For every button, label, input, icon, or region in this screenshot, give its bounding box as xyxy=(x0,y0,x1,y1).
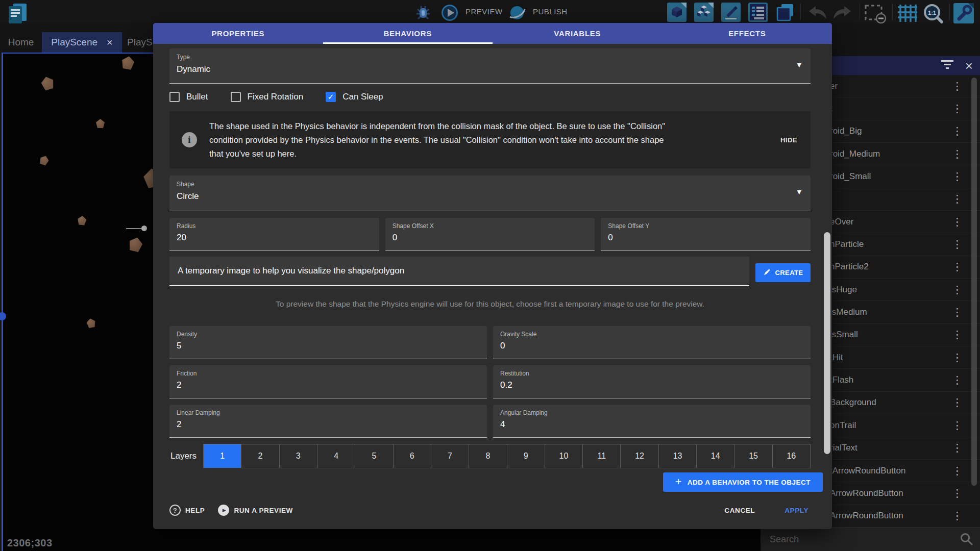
layer-button-9[interactable]: 9 xyxy=(507,444,545,468)
item-menu-icon[interactable]: ⋮ xyxy=(952,216,963,228)
layer-button-10[interactable]: 10 xyxy=(545,444,582,468)
can-sleep-checkbox[interactable]: ✓ Can Sleep xyxy=(326,92,383,102)
item-menu-icon[interactable]: ⋮ xyxy=(952,103,963,115)
layer-button-1[interactable]: 1 xyxy=(203,444,241,468)
density-field[interactable]: Density 5 xyxy=(169,326,487,359)
project-manager-icon[interactable] xyxy=(5,2,30,27)
close-tab-icon[interactable]: × xyxy=(107,37,113,47)
edit-scene-icon[interactable] xyxy=(721,3,741,24)
layer-button-16[interactable]: 16 xyxy=(772,444,810,468)
tab-effects[interactable]: EFFECTS xyxy=(663,23,832,44)
object-groups-icon[interactable] xyxy=(694,3,714,24)
item-menu-icon[interactable]: ⋮ xyxy=(952,125,963,137)
filter-icon[interactable] xyxy=(941,59,954,72)
item-menu-icon[interactable]: ⋮ xyxy=(952,148,963,160)
search-input[interactable] xyxy=(769,534,960,545)
item-menu-icon[interactable]: ⋮ xyxy=(952,374,963,386)
linear-damping-field[interactable]: Linear Damping 2 xyxy=(169,405,487,438)
layer-button-8[interactable]: 8 xyxy=(469,444,506,468)
shape-select[interactable]: Shape Circle ▼ xyxy=(169,176,811,211)
layer-button-7[interactable]: 7 xyxy=(431,444,469,468)
item-menu-icon[interactable]: ⋮ xyxy=(952,329,963,341)
tab-playscene[interactable]: PlayScene × xyxy=(42,32,122,53)
checkbox-unchecked-icon[interactable] xyxy=(231,92,241,102)
close-panel-icon[interactable]: × xyxy=(965,59,973,72)
item-menu-icon[interactable]: ⋮ xyxy=(952,193,963,205)
layer-button-13[interactable]: 13 xyxy=(658,444,696,468)
fixed-rotation-checkbox[interactable]: Fixed Rotation xyxy=(231,92,304,102)
item-menu-icon[interactable]: ⋮ xyxy=(952,261,963,273)
radius-field[interactable]: Radius 20 xyxy=(169,218,379,251)
zoom-1-1-icon[interactable]: 1:1 xyxy=(922,3,944,26)
friction-value: 2 xyxy=(177,380,480,390)
create-button[interactable]: CREATE xyxy=(755,263,811,282)
run-preview-button[interactable]: ▶ RUN A PREVIEW xyxy=(218,505,293,516)
scene-properties-icon[interactable] xyxy=(953,3,976,26)
layer-button-6[interactable]: 6 xyxy=(393,444,431,468)
item-menu-icon[interactable]: ⋮ xyxy=(952,487,963,499)
item-menu-icon[interactable]: ⋮ xyxy=(952,238,963,251)
linear-damping-label: Linear Damping xyxy=(177,409,480,416)
objects-editor-icon[interactable] xyxy=(667,3,687,24)
debug-icon[interactable] xyxy=(414,5,432,23)
help-button[interactable]: ? HELP xyxy=(169,505,205,516)
angular-damping-field[interactable]: Angular Damping 4 xyxy=(493,405,811,438)
object-name: tHit xyxy=(830,353,952,363)
restitution-field[interactable]: Restitution 0.2 xyxy=(493,365,811,398)
item-menu-icon[interactable]: ⋮ xyxy=(952,396,963,409)
events-editor-icon[interactable] xyxy=(748,3,768,24)
layer-button-11[interactable]: 11 xyxy=(582,444,620,468)
dialog-scrollbar[interactable] xyxy=(824,232,830,454)
sidebar-scrollbar[interactable] xyxy=(971,78,977,486)
grid-icon[interactable] xyxy=(897,4,917,25)
tab-behaviors[interactable]: BEHAVIORS xyxy=(323,23,493,44)
item-menu-icon[interactable]: ⋮ xyxy=(952,465,963,477)
tab-variables[interactable]: VARIABLES xyxy=(493,23,663,44)
type-select[interactable]: Type Dynamic ▼ xyxy=(169,48,811,84)
density-row: Density 5 Gravity Scale 0 xyxy=(169,326,811,359)
item-menu-icon[interactable]: ⋮ xyxy=(952,419,963,432)
preview-icon[interactable] xyxy=(441,4,458,23)
item-menu-icon[interactable]: ⋮ xyxy=(952,170,963,183)
temp-image-input[interactable] xyxy=(177,265,749,277)
item-menu-icon[interactable]: ⋮ xyxy=(952,284,963,296)
layer-button-3[interactable]: 3 xyxy=(279,444,317,468)
item-menu-icon[interactable]: ⋮ xyxy=(952,442,963,454)
shape-offset-y-field[interactable]: Shape Offset Y 0 xyxy=(601,218,811,251)
layer-button-5[interactable]: 5 xyxy=(355,444,393,468)
density-value: 5 xyxy=(177,341,480,351)
redo-icon[interactable] xyxy=(831,5,854,22)
add-behavior-button[interactable]: + ADD A BEHAVIOR TO THE OBJECT xyxy=(663,472,823,492)
shape-offset-x-field[interactable]: Shape Offset X 0 xyxy=(385,218,595,251)
layer-button-15[interactable]: 15 xyxy=(734,444,772,468)
object-name: onTrail xyxy=(830,420,952,431)
gizmo-handle[interactable] xyxy=(141,226,147,231)
item-menu-icon[interactable]: ⋮ xyxy=(952,352,963,364)
friction-field[interactable]: Friction 2 xyxy=(169,365,487,398)
deselect-icon[interactable] xyxy=(864,4,887,26)
tab-properties[interactable]: PROPERTIES xyxy=(153,23,323,44)
publish-button[interactable]: PUBLISH xyxy=(533,7,568,16)
cancel-button[interactable]: CANCEL xyxy=(721,506,758,515)
apply-button[interactable]: APPLY xyxy=(781,506,812,515)
preview-button[interactable]: PREVIEW xyxy=(465,7,503,16)
chevron-down-icon: ▼ xyxy=(797,189,801,195)
hide-button[interactable]: HIDE xyxy=(780,136,811,144)
item-menu-icon[interactable]: ⋮ xyxy=(952,510,963,522)
item-menu-icon[interactable]: ⋮ xyxy=(952,306,963,318)
publish-icon[interactable] xyxy=(508,4,526,24)
undo-icon[interactable] xyxy=(805,5,829,22)
layer-button-4[interactable]: 4 xyxy=(317,444,355,468)
checkbox-unchecked-icon[interactable] xyxy=(169,92,180,102)
checkbox-checked-icon[interactable]: ✓ xyxy=(326,92,336,102)
item-menu-icon[interactable]: ⋮ xyxy=(952,80,963,92)
bullet-checkbox[interactable]: Bullet xyxy=(169,92,208,102)
tab-home[interactable]: Home xyxy=(4,32,38,53)
gravity-scale-field[interactable]: Gravity Scale 0 xyxy=(493,326,811,359)
layer-button-14[interactable]: 14 xyxy=(696,444,734,468)
layer-button-2[interactable]: 2 xyxy=(241,444,279,468)
layer-button-12[interactable]: 12 xyxy=(620,444,658,468)
temp-image-field[interactable] xyxy=(169,257,749,286)
damping-row: Linear Damping 2 Angular Damping 4 xyxy=(169,405,811,438)
layers-panel-icon[interactable] xyxy=(775,3,795,24)
